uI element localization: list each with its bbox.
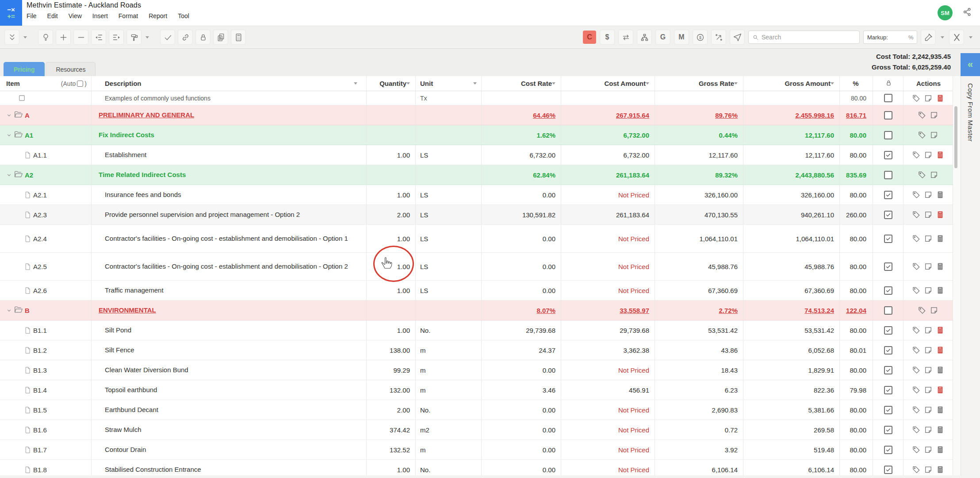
item-cell[interactable]: B1.5 bbox=[0, 400, 92, 420]
quantity-cell[interactable]: 1.00 bbox=[367, 185, 416, 204]
cost-rate-cell[interactable]: 29,739.68 bbox=[482, 320, 561, 340]
calculator-icon[interactable] bbox=[936, 150, 945, 159]
quantity-cell[interactable]: 2.00 bbox=[367, 400, 416, 420]
column-header-crate[interactable]: Cost Rate bbox=[482, 76, 561, 91]
cost-amount-cell[interactable]: Not Priced bbox=[561, 225, 655, 252]
calculator-icon[interactable] bbox=[936, 234, 945, 243]
quantity-cell[interactable]: 1.00 bbox=[367, 145, 416, 165]
gross-rate-cell[interactable]: 43.86 bbox=[655, 340, 743, 360]
cost-rate-cell[interactable]: 0.00 bbox=[482, 253, 561, 280]
cost-rate-cell[interactable]: 1.62% bbox=[482, 125, 561, 145]
row-checkbox[interactable] bbox=[884, 466, 892, 474]
table-row-B1.5[interactable]: B1.5 Earthbund Decant 2.00 No. 0.00 Not … bbox=[0, 400, 953, 420]
percent-cell[interactable]: 80.00 bbox=[840, 225, 873, 252]
row-checkbox[interactable] bbox=[884, 386, 892, 394]
description-cell[interactable]: Contractor's facilities - On-going cost … bbox=[92, 253, 367, 280]
calculator-icon[interactable] bbox=[231, 30, 246, 45]
chevron-down-icon[interactable] bbox=[6, 172, 12, 178]
description-cell[interactable]: Examples of commonly used functions bbox=[92, 91, 367, 105]
unit-cell[interactable]: LS bbox=[416, 185, 482, 204]
cost-amount-cell[interactable]: 6,732.00 bbox=[561, 125, 655, 145]
item-cell[interactable]: A1 bbox=[0, 125, 92, 145]
item-cell[interactable]: A2.6 bbox=[0, 281, 92, 300]
note-icon[interactable] bbox=[924, 150, 933, 159]
remove-row-icon[interactable] bbox=[73, 30, 88, 45]
row-checkbox[interactable] bbox=[884, 306, 892, 315]
gross-rate-cell[interactable]: 3.92 bbox=[655, 440, 743, 459]
cost-amount-cell[interactable]: 456.91 bbox=[561, 380, 655, 400]
cost-amount-cell[interactable]: 6,732.00 bbox=[561, 145, 655, 165]
cost-rate-cell[interactable]: 64.46% bbox=[482, 105, 561, 125]
gross-rate-cell[interactable]: 1,064,110.01 bbox=[655, 225, 743, 252]
description-cell[interactable]: Contour Drain bbox=[92, 440, 367, 459]
gross-rate-cell[interactable]: 0.44% bbox=[655, 125, 743, 145]
cost-rate-cell[interactable]: 0.00 bbox=[482, 420, 561, 439]
excel-export-caret[interactable] bbox=[968, 30, 974, 45]
quantity-cell[interactable] bbox=[367, 91, 416, 105]
unit-cell[interactable]: LS bbox=[416, 253, 482, 280]
calculator-icon[interactable] bbox=[936, 346, 945, 355]
row-checkbox[interactable] bbox=[884, 191, 892, 199]
gross-amount-cell[interactable]: 45,988.76 bbox=[743, 253, 840, 280]
percent-cell[interactable]: 80.00 bbox=[840, 253, 873, 280]
note-icon[interactable] bbox=[930, 170, 938, 179]
gross-rate-cell[interactable]: 6.23 bbox=[655, 380, 743, 400]
cost-rate-cell[interactable] bbox=[482, 91, 561, 105]
format-painter-icon[interactable] bbox=[126, 30, 142, 45]
quantity-cell[interactable] bbox=[367, 105, 416, 125]
quantity-cell[interactable]: 1.00 bbox=[367, 281, 416, 300]
gross-amount-cell[interactable]: 2,455,998.16 bbox=[743, 105, 840, 125]
column-header-lock[interactable] bbox=[873, 76, 903, 91]
unit-cell[interactable]: m2 bbox=[416, 420, 482, 439]
calculator-icon[interactable] bbox=[936, 405, 945, 414]
table-row-B1.2[interactable]: B1.2 Silt Fence 138.00 m 24.37 3,362.38 … bbox=[0, 340, 953, 360]
auto-numbering-toggle[interactable]: (Auto) bbox=[61, 80, 87, 87]
item-cell[interactable]: A1.1 bbox=[0, 145, 92, 165]
description-cell[interactable]: Insurance fees and bonds bbox=[92, 185, 367, 204]
gross-rate-cell[interactable]: 45,988.76 bbox=[655, 253, 743, 280]
calculator-icon[interactable] bbox=[936, 425, 945, 434]
tab-resources[interactable]: Resources bbox=[46, 62, 96, 76]
tag-icon[interactable] bbox=[912, 210, 921, 219]
collapse-dropdown-caret[interactable] bbox=[22, 30, 28, 45]
sort-caret[interactable] bbox=[734, 82, 738, 85]
note-icon[interactable] bbox=[924, 210, 933, 219]
scrollbar-thumb[interactable] bbox=[954, 106, 957, 168]
gross-rate-cell[interactable]: 12,117.60 bbox=[655, 145, 743, 165]
column-header-unit[interactable]: Unit bbox=[416, 76, 482, 91]
note-icon[interactable] bbox=[924, 286, 933, 295]
cost-amount-cell[interactable]: Not Priced bbox=[561, 185, 655, 204]
note-icon[interactable] bbox=[930, 306, 938, 315]
menu-item-file[interactable]: File bbox=[27, 12, 37, 19]
tag-icon[interactable] bbox=[912, 262, 921, 271]
sort-caret[interactable] bbox=[831, 82, 834, 85]
table-row-B1.6[interactable]: B1.6 Straw Mulch 374.42 m2 0.00 Not Pric… bbox=[0, 420, 953, 440]
description-cell[interactable]: Earthbund Decant bbox=[92, 400, 367, 420]
tag-icon[interactable] bbox=[918, 131, 926, 139]
item-cell[interactable]: B1.2 bbox=[0, 340, 92, 360]
note-icon[interactable] bbox=[924, 385, 933, 394]
quantity-cell[interactable]: 99.29 bbox=[367, 360, 416, 380]
note-icon[interactable] bbox=[924, 326, 933, 335]
chevron-down-icon[interactable] bbox=[6, 112, 12, 118]
gross-amount-cell[interactable]: 12,117.60 bbox=[743, 125, 840, 145]
calculator-icon[interactable] bbox=[936, 210, 945, 219]
auto-checkbox[interactable] bbox=[77, 81, 83, 87]
calculator-icon[interactable] bbox=[936, 445, 945, 454]
calculator-icon[interactable] bbox=[936, 286, 945, 295]
gross-rate-cell[interactable]: 2.72% bbox=[655, 301, 743, 320]
unit-cell[interactable]: LS bbox=[416, 145, 482, 165]
cost-amount-cell[interactable] bbox=[561, 91, 655, 105]
chevron-down-icon[interactable] bbox=[6, 308, 12, 313]
table-row-B1.1[interactable]: B1.1 Silt Pond 1.00 No. 29,739.68 29,739… bbox=[0, 320, 953, 340]
unit-cell[interactable] bbox=[416, 301, 482, 320]
cost-rate-cell[interactable]: 6,732.00 bbox=[482, 145, 561, 165]
cost-rate-cell[interactable]: 0.00 bbox=[482, 281, 561, 300]
subcontract-dollar-icon[interactable]: $ bbox=[693, 30, 708, 45]
description-cell[interactable]: Establishment bbox=[92, 145, 367, 165]
description-cell[interactable]: PRELIMINARY AND GENERAL bbox=[92, 105, 367, 125]
table-row-A2.6[interactable]: A2.6 Traffic management 1.00 LS 0.00 Not… bbox=[0, 281, 953, 301]
excel-export-icon[interactable] bbox=[949, 30, 964, 45]
check-icon[interactable] bbox=[160, 30, 175, 45]
pdf-export-caret[interactable] bbox=[939, 30, 946, 45]
